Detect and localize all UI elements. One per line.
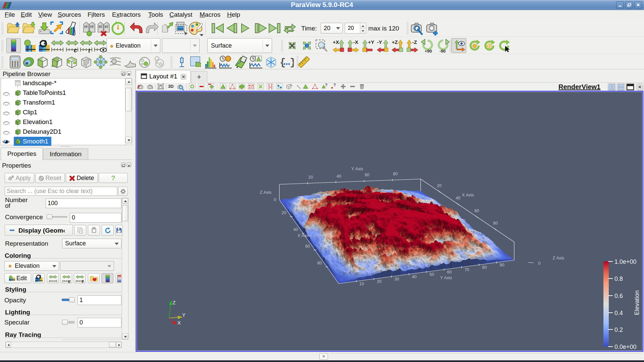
svg-text:{: { [280, 57, 286, 68]
svg-text:t: t [88, 48, 91, 53]
svg-text:?: ? [325, 83, 327, 87]
svg-text:-X: -X [353, 39, 358, 45]
svg-text:c: c [74, 47, 77, 53]
svg-text:}: } [290, 57, 294, 68]
svg-text:?: ? [333, 83, 336, 87]
svg-text:+Y: +Y [368, 39, 374, 45]
svg-text:-Z: -Z [412, 39, 417, 45]
svg-text:c: c [68, 279, 70, 283]
svg-text:+90: +90 [425, 49, 432, 53]
svg-text:2: 2 [44, 40, 47, 45]
svg-text:-90: -90 [439, 49, 446, 53]
svg-text:-Y: -Y [377, 39, 382, 45]
svg-text:2: 2 [39, 274, 41, 278]
svg-text:+X: +X [333, 39, 339, 45]
svg-text:+Z: +Z [392, 39, 398, 45]
